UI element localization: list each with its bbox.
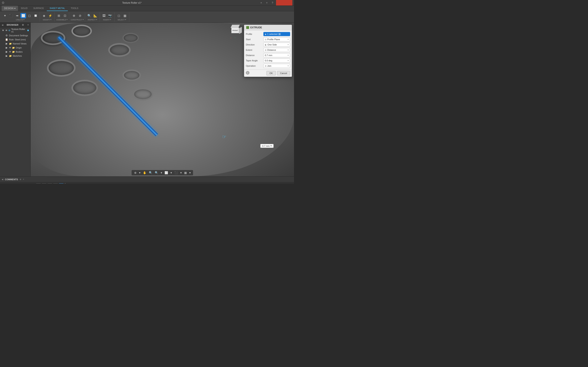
start-dropdown-arrow[interactable]: ▾ [288,38,289,40]
toolbar-construct-1[interactable]: ⊕ [71,13,77,18]
vbt-display2-dropdown[interactable]: ▾ [180,171,182,175]
extrude-label-operation: Operation [246,65,262,67]
view-cube[interactable]: FRONT → → [230,25,242,37]
toolbar-modify-1[interactable]: ◈ [41,13,47,18]
toolbar-modify-2[interactable]: ⚡ [47,13,53,18]
design-dropdown[interactable]: DESIGN ▾ [2,6,18,11]
extrude-value-profile[interactable]: ◈ 1 selected × [263,32,290,36]
tab-surface[interactable]: SURFACE [30,6,47,11]
vbt-zoom2[interactable]: 🔍 [154,171,159,175]
extrude-header: EXTRUDE [244,25,292,30]
extrude-value-distance[interactable]: 0.7 mm ▾ [263,53,290,57]
toolbar-inspect-1[interactable]: 🔍 [86,13,92,18]
info-button[interactable]: i [246,71,250,75]
timeline-marker-6[interactable]: ▪ [53,183,58,184]
extrude-value-start[interactable]: ⊟ Profile Plane ▾ [263,37,290,42]
extrude-row-direction: Direction ◧ One Side ▾ [246,43,290,47]
toolbar-assemble-2[interactable]: ⊡ [62,13,68,18]
sidebar-item-named-views[interactable]: ▶ 📁 Named Views [0,42,30,46]
dim-dropdown[interactable]: ▾ [270,145,272,147]
toolbar-construct-2[interactable]: ⊘ [77,13,83,18]
toolbar-group-modify-label: MODIFY [43,19,50,21]
toolbar-group-select: ◻ ▦ SELECT ▾ [115,12,129,22]
toolbar-assemble-1[interactable]: ⊞ [56,13,62,18]
ring-8 [71,25,92,37]
sidebar-item-sketches[interactable]: ▶ 📁 Sketches [0,54,30,58]
toolbar-group-inspect: 🔍 📐 INSPECT ▾ [85,12,100,22]
toolbar-insert-1[interactable]: 🖼 [101,13,107,18]
extrude-row-operation: Operation ⊞ Join ▾ [246,64,290,68]
ring-4 [108,43,131,57]
toolbar-group-construct: ⊕ ⊘ CONSTRUCT ▾ [69,12,85,22]
vbt-dropdown1[interactable]: ▾ [138,171,141,175]
toolbar-create-1[interactable]: ✦ [2,13,8,18]
toolbar-create-4[interactable]: ⬜ [20,13,26,18]
extrude-value-direction[interactable]: ◧ One Side ▾ [263,43,290,47]
extrude-value-operation[interactable]: ⊞ Join ▾ [263,64,290,68]
toolbar-select-1[interactable]: ◻ [116,13,122,18]
tab-solid[interactable]: SOLID [18,6,30,11]
sidebar-item-label-root: Texture Roller v1 [11,28,26,33]
tab-sheet-metal[interactable]: SHEET METAL [47,6,68,11]
help-button[interactable]: ? [270,1,274,5]
timeline-marker-5[interactable]: ▪ [47,183,52,184]
tree-toggle-root[interactable]: ▼ [2,29,4,32]
operation-dropdown-arrow[interactable]: ▾ [288,65,289,67]
vbt-zoom[interactable]: 🔍 [148,171,153,175]
toolbar-insert-2[interactable]: 📷 [107,13,113,18]
timeline-marker-3[interactable]: ▪ [36,183,41,184]
timeline-marker-7[interactable]: ▪ [59,183,64,184]
viewport-dimension-label[interactable]: 0.7 mm ▾ [260,144,274,148]
toolbar-create-3[interactable]: ➡ [14,13,20,18]
vbt-display1[interactable]: ⬜ [164,171,169,175]
extrude-value-extent[interactable]: ⊞ Distance ▾ [263,48,290,52]
vbt-zoom-dropdown[interactable]: ▾ [160,171,163,175]
taper-dropdown-arrow[interactable]: ▾ [288,59,289,62]
sidebar-item-bodies[interactable]: ▶ 👁 📁 Bodies [0,50,30,54]
comments-expand[interactable]: ⊕ [20,178,21,180]
vbt-display3[interactable]: ▦ [183,171,188,175]
comments-close[interactable]: × [23,178,24,180]
viewport[interactable]: ☞ 0.7 mm ▾ FRONT → [31,23,294,176]
vbt-pan[interactable]: ✋ [142,171,147,175]
toolbar-group-insert: 🖼 📷 INSERT ▾ [100,12,114,22]
sidebar-item-root[interactable]: ▼ 👁 ⚙ Texture Roller v1 [0,27,30,33]
vbt-origin[interactable]: ⊕ [133,171,138,175]
x-axis: → [230,37,232,39]
ok-button[interactable]: OK [267,71,276,75]
extrude-row-distance: Distance 0.7 mm ▾ [246,53,290,57]
extrude-row-extent: Extent ⊞ Distance ▾ [246,48,290,52]
profile-clear-button[interactable]: × [278,33,281,35]
new-tab-button[interactable]: + [265,1,269,5]
vbt-display-dropdown[interactable]: ▾ [170,171,173,175]
extent-dropdown-arrow[interactable]: ▾ [288,49,289,51]
extrude-value-taper[interactable]: 0.0 deg ▾ [263,58,290,63]
distance-dropdown-arrow[interactable]: ▾ [288,54,289,56]
sidebar-label-named-views: Named Views [13,42,26,45]
direction-dropdown-arrow[interactable]: ▾ [288,44,289,46]
browser-header: ◀ BROWSER ⊕ × [0,23,30,27]
toolbar-create-2[interactable]: ⬛ [8,13,14,18]
extrude-header-icon [246,26,249,29]
timeline-marker-1[interactable] [26,184,30,184]
sidebar-item-origin[interactable]: ▶ 👁 📁 Origin [0,46,30,50]
sidebar-item-rule[interactable]: 📋 Rule: Steel (mm) [0,38,30,42]
close-button[interactable]: × [259,1,263,5]
topbar: ⚙ Texture Roller v1* × + ? [0,0,294,6]
extrude-label-distance: Distance [246,54,262,57]
distance-value: 0.7 mm [265,54,272,57]
timeline-marker-2[interactable] [31,184,35,184]
sidebar-item-document-settings[interactable]: ⚙ Document Settings [0,33,30,38]
tab-tools[interactable]: TOOLS [68,6,81,11]
toolbar-inspect-2[interactable]: 📐 [93,13,98,18]
cursor-indicator: ☞ [222,134,227,140]
extrude-label-direction: Direction [246,43,262,46]
toolbar-create-6[interactable]: 🔲 [33,13,38,18]
timeline-marker-0[interactable] [21,184,25,184]
toolbar-select-2[interactable]: ▦ [122,13,128,18]
toolbar-create-5[interactable]: ◻ [26,13,32,18]
timeline-marker-4[interactable]: ▪ [42,183,47,184]
vbt-display3-dropdown[interactable]: ▾ [189,171,191,175]
vbt-display2[interactable]: ⬛ [173,171,179,175]
cancel-button[interactable]: Cancel [277,71,290,75]
